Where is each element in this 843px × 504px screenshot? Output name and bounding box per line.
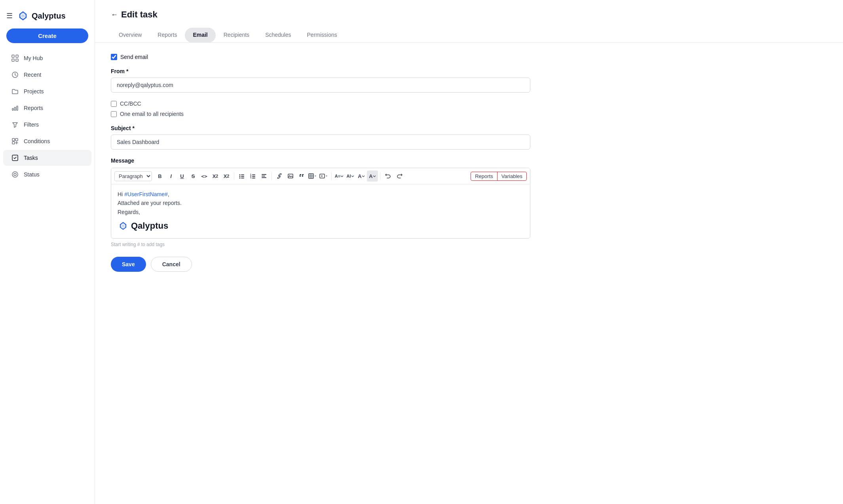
main-content: ← Edit task Overview Reports Email Recip…: [95, 0, 843, 504]
sidebar-item-recent-label: Recent: [24, 72, 41, 78]
svg-rect-9: [12, 138, 15, 141]
svg-rect-3: [12, 59, 14, 61]
redo-button[interactable]: [394, 171, 405, 182]
toolbar-separator-2: [272, 172, 272, 180]
paragraph-select[interactable]: Paragraph: [114, 171, 152, 181]
send-email-checkbox[interactable]: [111, 54, 117, 60]
svg-point-31: [289, 175, 290, 176]
sidebar-item-tasks-label: Tasks: [24, 155, 38, 161]
quote-button[interactable]: [296, 171, 307, 182]
grid-icon: [11, 54, 19, 62]
sidebar-item-filters[interactable]: Filters: [3, 117, 91, 133]
sidebar: ☰ Qalyptus Create My Hub Recent: [0, 0, 95, 504]
svg-rect-6: [12, 108, 13, 110]
editor-line-3: Regards,: [118, 208, 524, 216]
sidebar-item-recent[interactable]: Recent: [3, 67, 91, 83]
sidebar-header: ☰ Qalyptus: [0, 6, 95, 28]
tab-reports[interactable]: Reports: [150, 28, 185, 43]
align-button[interactable]: [258, 171, 270, 182]
svg-rect-1: [12, 55, 14, 57]
sidebar-item-filters-label: Filters: [24, 121, 39, 128]
one-email-label: One email to all recipients: [120, 111, 184, 117]
tab-recipients[interactable]: Recipients: [216, 28, 257, 43]
editor-logo-text: Qalyptus: [131, 219, 168, 233]
media-button[interactable]: [318, 171, 329, 182]
editor-logo-preview: Qalyptus: [118, 219, 524, 233]
variables-button[interactable]: Variables: [497, 172, 526, 180]
svg-rect-29: [262, 177, 266, 178]
message-label: Message: [111, 157, 827, 164]
task-icon: [11, 154, 19, 162]
status-icon: [11, 171, 19, 178]
highlight-button[interactable]: A: [367, 171, 378, 182]
editor-content[interactable]: Hi #UserFirstName#, Attached are your re…: [111, 184, 530, 238]
table-button[interactable]: [307, 171, 318, 182]
bar-chart-icon: [11, 104, 19, 112]
reports-variables-group: Reports Variables: [471, 172, 527, 181]
sidebar-item-status[interactable]: Status: [3, 167, 91, 182]
font-color-button[interactable]: A: [356, 171, 367, 182]
svg-rect-20: [241, 178, 244, 178]
svg-point-14: [14, 173, 16, 176]
sidebar-item-conditions[interactable]: Conditions: [3, 133, 91, 149]
tab-overview[interactable]: Overview: [111, 28, 150, 43]
page-title: Edit task: [121, 9, 158, 20]
svg-rect-16: [241, 174, 244, 175]
editor-line-1: Hi #UserFirstName#,: [118, 190, 524, 199]
tab-schedules[interactable]: Schedules: [257, 28, 299, 43]
sidebar-nav: My Hub Recent Projects Reports Filters: [0, 49, 95, 183]
cc-bcc-checkbox[interactable]: [111, 101, 117, 107]
strikethrough-button[interactable]: S: [188, 171, 199, 182]
sidebar-item-projects[interactable]: Projects: [3, 83, 91, 99]
logo-icon: [17, 9, 29, 22]
bullet-list-button[interactable]: [236, 171, 247, 182]
editor-hi-text: Hi: [118, 191, 124, 197]
bold-button[interactable]: B: [154, 171, 165, 182]
svg-rect-30: [288, 174, 293, 178]
sidebar-item-reports[interactable]: Reports: [3, 100, 91, 116]
save-button[interactable]: Save: [111, 257, 146, 272]
create-button[interactable]: Create: [6, 28, 88, 43]
undo-button[interactable]: [382, 171, 393, 182]
from-input[interactable]: [111, 78, 530, 93]
sidebar-item-tasks[interactable]: Tasks: [3, 150, 91, 166]
code-button[interactable]: <>: [199, 171, 210, 182]
filter-icon: [11, 121, 19, 129]
svg-rect-10: [15, 138, 18, 141]
from-label: From *: [111, 68, 827, 74]
image-button[interactable]: [285, 171, 296, 182]
send-email-row: Send email: [111, 54, 827, 60]
svg-text:3.: 3.: [250, 176, 252, 179]
message-editor[interactable]: Paragraph B I U S <> X2 X2: [111, 168, 530, 239]
svg-rect-2: [16, 55, 18, 57]
toolbar-separator-3: [331, 172, 332, 180]
ordered-list-button[interactable]: 1.2.3.: [247, 171, 258, 182]
svg-point-17: [239, 176, 241, 177]
email-form: Send email From * CC/BCC One email to al…: [95, 43, 843, 283]
ai-button[interactable]: AI: [345, 171, 356, 182]
one-email-checkbox[interactable]: [111, 111, 117, 117]
sidebar-item-status-label: Status: [24, 171, 40, 178]
text-style-group: A≡ AI A A: [334, 171, 378, 182]
italic-button[interactable]: I: [165, 171, 177, 182]
back-arrow[interactable]: ←: [111, 11, 118, 19]
sidebar-item-reports-label: Reports: [24, 105, 43, 111]
form-actions: Save Cancel: [111, 257, 827, 272]
superscript-button[interactable]: X2: [221, 171, 232, 182]
checkboxes-group: CC/BCC One email to all recipients: [111, 100, 827, 117]
reports-button[interactable]: Reports: [471, 172, 497, 180]
subscript-button[interactable]: X2: [210, 171, 221, 182]
underline-button[interactable]: U: [177, 171, 188, 182]
svg-rect-32: [309, 174, 313, 178]
sidebar-item-projects-label: Projects: [24, 88, 44, 95]
tab-permissions[interactable]: Permissions: [299, 28, 345, 43]
subject-label: Subject *: [111, 125, 827, 131]
sidebar-item-my-hub[interactable]: My Hub: [3, 50, 91, 66]
svg-rect-26: [252, 178, 255, 178]
tab-email[interactable]: Email: [185, 28, 215, 43]
hamburger-icon[interactable]: ☰: [6, 11, 13, 20]
cancel-button[interactable]: Cancel: [151, 257, 192, 272]
font-size-button[interactable]: A≡: [334, 171, 345, 182]
link-button[interactable]: [274, 171, 285, 182]
subject-input[interactable]: [111, 135, 530, 150]
